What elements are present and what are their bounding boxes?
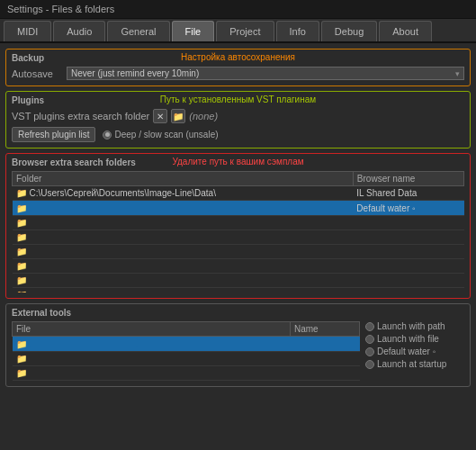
browser-row[interactable]: 📁	[13, 230, 464, 245]
browser-name-cell	[353, 216, 463, 230]
ext-tools-layout: File Name 📁📁📁 Launch with pathLaunch wit…	[12, 321, 464, 381]
browser-hint: Удалите путь к вашим сэмплам	[172, 157, 303, 166]
external-tools-section: External tools File Name 📁📁📁	[5, 303, 471, 387]
ext-option-label-3: Launch at startup	[377, 359, 446, 369]
ext-radio-dot-1[interactable]	[365, 335, 374, 344]
browser-name-cell	[353, 245, 463, 259]
nav-tab-about[interactable]: About	[379, 21, 432, 41]
browser-table: Folder Browser name 📁C:\Users\Сергей\Doc…	[12, 171, 464, 292]
ext-radio-dot-3[interactable]	[365, 360, 374, 369]
browser-row[interactable]: 📁	[13, 216, 464, 230]
ext-row[interactable]: 📁	[13, 366, 360, 381]
ext-table-wrap: File Name 📁📁📁	[12, 321, 360, 381]
ext-radio-dot-2[interactable]	[365, 347, 374, 356]
deep-scan-radio[interactable]	[103, 130, 112, 140]
nav-tab-info[interactable]: Info	[276, 21, 319, 41]
autosave-value: Never (just remind every 10min)	[71, 68, 199, 78]
ext-option-3[interactable]: Launch at startup	[365, 359, 464, 369]
ext-file-cell: 📁	[13, 352, 291, 366]
browser-folder-cell: 📁C:\Users\Сергей\Documents\Image-Line\Da…	[13, 186, 354, 201]
browser-name-cell: IL Shared Data	[353, 186, 463, 201]
browser-folder-cell: 📁	[13, 201, 354, 216]
vst-label: VST plugins extra search folder	[12, 111, 149, 122]
refresh-btn[interactable]: Refresh plugin list	[12, 127, 95, 142]
ext-file-cell: 📁	[13, 366, 291, 381]
title-text: Settings - Files & folders	[7, 4, 114, 14]
nav-tab-debug[interactable]: Debug	[321, 21, 377, 41]
vst-value: (none)	[189, 111, 218, 122]
nav-tab-file[interactable]: File	[172, 21, 215, 41]
ext-name-cell	[290, 352, 359, 366]
ext-row[interactable]: 📁	[13, 337, 360, 352]
ext-option-0[interactable]: Launch with path	[365, 321, 464, 331]
browser-name-cell: Default water ◦	[353, 201, 463, 216]
nav-tab-audio[interactable]: Audio	[53, 21, 105, 41]
autosave-row: Autosave Never (just remind every 10min)…	[12, 67, 464, 80]
browser-section: Browser extra search folders Удалите пут…	[5, 153, 471, 299]
autosave-select[interactable]: Never (just remind every 10min) ▾	[67, 67, 464, 80]
browser-row[interactable]: 📁	[13, 288, 464, 293]
ext-radio-dot-0[interactable]	[365, 322, 374, 331]
deep-scan-option[interactable]: Deep / slow scan (unsale)	[103, 130, 218, 140]
ext-table: File Name 📁📁📁	[12, 321, 360, 381]
vst-folder-btn[interactable]: 📁	[171, 109, 185, 123]
ext-option-label-2: Default water ◦	[377, 346, 436, 356]
main-content: Backup Настройка автосохранения Autosave…	[0, 43, 476, 392]
browser-folder-cell: 📁	[13, 245, 354, 259]
ext-option-label-1: Launch with file	[377, 334, 439, 344]
browser-table-container[interactable]: Folder Browser name 📁C:\Users\Сергей\Doc…	[12, 171, 464, 292]
refresh-row: Refresh plugin list Deep / slow scan (un…	[12, 127, 464, 142]
vst-row: VST plugins extra search folder ✕ 📁 (non…	[12, 109, 464, 123]
deep-scan-label: Deep / slow scan (unsale)	[114, 130, 218, 140]
col-browser-name: Browser name	[353, 172, 463, 186]
backup-section: Backup Настройка автосохранения Autosave…	[5, 49, 471, 86]
plugins-hint: Путь к установленным VST плагинам	[160, 94, 316, 104]
col-folder: Folder	[13, 172, 354, 186]
nav-tabs: MIDIAudioGeneralFileProjectInfoDebugAbou…	[0, 19, 476, 43]
nav-tab-project[interactable]: Project	[216, 21, 274, 41]
browser-row[interactable]: 📁C:\Users\Сергей\Documents\Image-Line\Da…	[13, 186, 464, 201]
browser-folder-cell: 📁	[13, 216, 354, 230]
browser-row[interactable]: 📁	[13, 245, 464, 259]
plugins-section: Plugins Путь к установленным VST плагина…	[5, 91, 471, 148]
backup-hint: Настройка автосохранения	[181, 52, 295, 62]
ext-option-label-0: Launch with path	[377, 321, 445, 331]
browser-row[interactable]: 📁	[13, 274, 464, 288]
ext-name-cell	[290, 337, 359, 352]
ext-file-cell: 📁	[13, 337, 291, 352]
ext-col-file: File	[13, 322, 291, 337]
browser-folder-cell: 📁	[13, 230, 354, 245]
ext-option-1[interactable]: Launch with file	[365, 334, 464, 344]
ext-col-name: Name	[290, 322, 359, 337]
refresh-label: Refresh plugin list	[18, 130, 89, 140]
ext-row[interactable]: 📁	[13, 352, 360, 366]
autosave-arrow: ▾	[455, 69, 460, 78]
ext-option-2[interactable]: Default water ◦	[365, 346, 464, 356]
browser-name-cell	[353, 288, 463, 293]
ext-options: Launch with pathLaunch with fileDefault …	[365, 321, 464, 381]
browser-name-cell	[353, 274, 463, 288]
nav-tab-general[interactable]: General	[107, 21, 169, 41]
ext-tools-title: External tools	[12, 308, 464, 318]
ext-name-cell	[290, 366, 359, 381]
browser-row[interactable]: 📁	[13, 259, 464, 274]
title-bar: Settings - Files & folders	[0, 0, 476, 19]
autosave-label: Autosave	[12, 68, 61, 79]
browser-row[interactable]: 📁Default water ◦	[13, 201, 464, 216]
browser-folder-cell: 📁	[13, 274, 354, 288]
browser-name-cell	[353, 259, 463, 274]
vst-clear-btn[interactable]: ✕	[153, 109, 167, 123]
browser-folder-cell: 📁	[13, 259, 354, 274]
browser-name-cell	[353, 230, 463, 245]
nav-tab-midi[interactable]: MIDI	[4, 21, 51, 41]
browser-folder-cell: 📁	[13, 288, 354, 293]
